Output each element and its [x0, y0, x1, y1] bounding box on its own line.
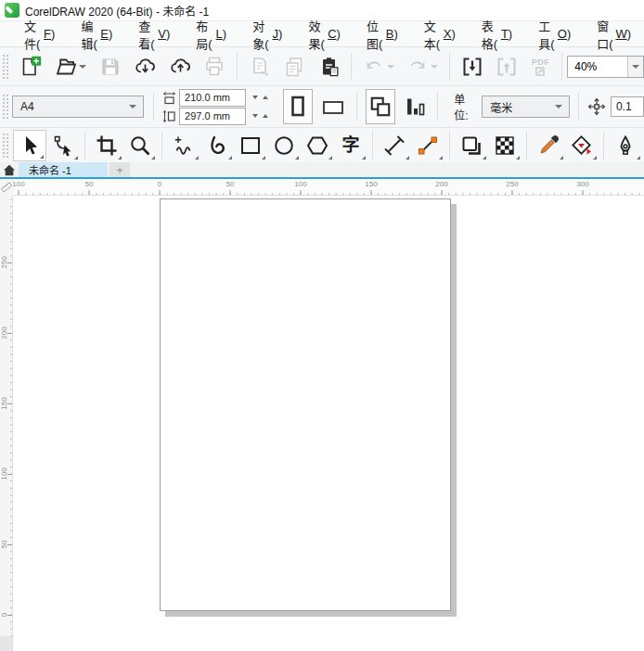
- toolbar-separator: [578, 93, 579, 121]
- freehand-tool[interactable]: [167, 130, 200, 161]
- v-ruler-tick: [7, 262, 12, 263]
- color-eyedropper-tool[interactable]: [532, 130, 565, 161]
- page[interactable]: [160, 198, 451, 611]
- drawing-canvas[interactable]: [13, 196, 644, 651]
- ruler-origin-corner[interactable]: [0, 179, 13, 196]
- toolbar-grip[interactable]: [2, 133, 10, 159]
- open-dropdown-caret-icon[interactable]: [79, 65, 86, 69]
- zoom-tool[interactable]: [123, 130, 157, 161]
- text-tool-icon: 字: [341, 136, 359, 154]
- h-ruler-label: 300: [576, 180, 588, 188]
- page-dimensions-group: 210.0 mm 297.0 mm: [162, 89, 272, 125]
- undo-dropdown-caret-icon[interactable]: [387, 65, 394, 69]
- save-icon: [99, 56, 122, 78]
- menu-item-layout[interactable]: 布局(L): [183, 21, 239, 46]
- paste-button[interactable]: [312, 50, 346, 83]
- redo-dropdown-caret-icon[interactable]: [431, 65, 438, 69]
- cut-button[interactable]: [242, 50, 277, 83]
- crop-tool[interactable]: [90, 130, 123, 161]
- pick-tool[interactable]: [13, 130, 46, 161]
- horizontal-ruler[interactable]: 10050050100150200250300350: [0, 179, 644, 196]
- toolbar-separator: [237, 53, 238, 81]
- connector-tool-icon: [417, 134, 439, 157]
- connector-tool[interactable]: [411, 130, 444, 161]
- polygon-tool[interactable]: [301, 130, 334, 161]
- vertical-ruler[interactable]: 250200150100500: [0, 196, 13, 651]
- toolbar-separator: [561, 53, 562, 81]
- polygon-tool-icon: [306, 134, 328, 157]
- interactive-fill-tool[interactable]: [565, 130, 599, 161]
- menu-item-text[interactable]: 文本(X): [411, 21, 469, 46]
- text-tool[interactable]: 字: [334, 130, 367, 161]
- h-ruler-tick: [371, 190, 372, 195]
- nudge-offset-field[interactable]: 0.1: [611, 96, 644, 117]
- undo-button[interactable]: [356, 50, 400, 83]
- h-ruler-tick: [89, 190, 90, 195]
- menu-item-table[interactable]: 表格(T): [469, 21, 525, 46]
- current-page-icon: [404, 96, 426, 118]
- all-pages-size-button[interactable]: [366, 89, 395, 124]
- coreldraw-app-icon: [5, 3, 19, 18]
- shadow-tool-icon: [460, 134, 483, 157]
- pen-nib-icon: [614, 134, 637, 157]
- redo-button[interactable]: [401, 50, 444, 83]
- pdf-icon: [535, 67, 546, 76]
- menu-bar: 文件(F)编辑(E)查看(V)布局(L)对象(J)效果(C)位图(B)文本(X)…: [0, 20, 644, 46]
- page-size-caret-icon: [129, 105, 136, 108]
- document-tab[interactable]: 未命名 -1: [19, 162, 108, 177]
- new-tab-button[interactable]: +: [109, 162, 130, 177]
- cloud-download-icon: [134, 56, 157, 78]
- zoom-level-select[interactable]: 40%: [567, 56, 644, 78]
- page-height-spinner[interactable]: [249, 114, 272, 118]
- menu-item-file[interactable]: 文件(F): [11, 21, 68, 46]
- page-size-select[interactable]: A4: [12, 96, 144, 118]
- open-document-button[interactable]: [47, 50, 93, 83]
- units-select[interactable]: 毫米: [482, 96, 570, 118]
- menu-item-view[interactable]: 查看(V): [125, 21, 183, 46]
- publish-to-pdf-button[interactable]: PDF: [524, 50, 557, 83]
- toolbar-grip[interactable]: [2, 94, 9, 120]
- save-button[interactable]: [94, 50, 128, 83]
- dimension-tool[interactable]: [378, 130, 411, 161]
- menu-item-effects[interactable]: 效果(C): [295, 21, 354, 46]
- page-width-field[interactable]: 210.0 mm: [179, 89, 246, 107]
- shape-tool[interactable]: [46, 130, 80, 161]
- ellipse-tool[interactable]: [267, 130, 301, 161]
- h-ruler-label: 50: [226, 180, 235, 188]
- h-ruler-label: 0: [158, 180, 161, 188]
- toolbar-grip[interactable]: [2, 54, 10, 80]
- v-ruler-tick: [7, 615, 12, 616]
- pick-tool-icon: [19, 134, 41, 157]
- workspace: 250200150100500: [0, 196, 644, 651]
- page-height-field[interactable]: 297.0 mm: [179, 108, 246, 125]
- menu-item-bitmaps[interactable]: 位图(B): [354, 21, 411, 46]
- new-document-button[interactable]: [13, 50, 47, 83]
- rectangle-tool[interactable]: [234, 130, 267, 161]
- import-button[interactable]: [455, 50, 489, 83]
- menu-item-edit[interactable]: 编辑(E): [68, 21, 125, 46]
- outline-pen-tool[interactable]: [609, 130, 642, 161]
- print-button[interactable]: [198, 50, 232, 83]
- menu-item-window[interactable]: 窗口(W): [584, 21, 644, 46]
- landscape-orientation-button[interactable]: [318, 89, 348, 124]
- toolbar-separator: [153, 93, 154, 121]
- transparency-tool[interactable]: [488, 130, 522, 161]
- current-page-size-button[interactable]: [400, 89, 430, 124]
- copy-button[interactable]: [277, 50, 312, 83]
- export-button[interactable]: [489, 50, 523, 83]
- open-from-cloud-button[interactable]: [128, 50, 162, 83]
- pdf-label: PDF: [532, 57, 550, 67]
- v-ruler-tick: [7, 333, 12, 334]
- home-button[interactable]: [0, 162, 19, 177]
- zoom-dropdown-button[interactable]: [627, 57, 643, 77]
- paste-icon: [318, 56, 341, 78]
- page-width-spinner[interactable]: [249, 96, 272, 99]
- portrait-orientation-button[interactable]: [283, 89, 313, 124]
- toolbox-separator: [603, 132, 604, 160]
- menu-item-tools[interactable]: 工具(O): [525, 21, 584, 46]
- shadow-tool[interactable]: [455, 130, 488, 161]
- save-to-cloud-button[interactable]: [162, 50, 197, 83]
- menu-item-object[interactable]: 对象(J): [239, 21, 295, 46]
- curve-tool[interactable]: [200, 130, 234, 161]
- ruler-settings-icon: [1, 182, 12, 193]
